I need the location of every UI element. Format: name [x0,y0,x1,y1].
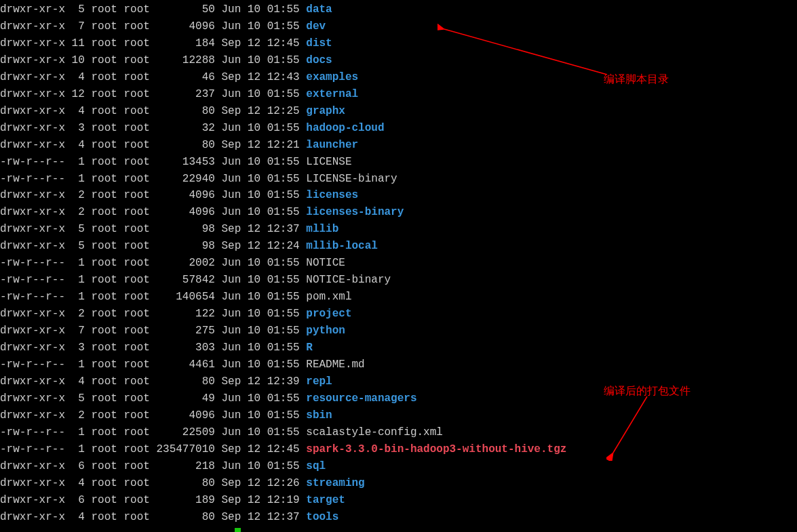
file-listing-row: drwxr-xr-x 4 root root 80 Sep 12 12:37 t… [0,509,797,526]
file-listing-row: -rw-r--r-- 1 root root 2002 Jun 10 01:55… [0,255,797,272]
file-metadata: drwxr-xr-x 3 root root 32 Jun 10 01:55 [0,122,306,134]
file-name: hadoop-cloud [306,122,384,134]
file-listing-row: drwxr-xr-x 6 root root 218 Jun 10 01:55 … [0,458,797,475]
file-listing-row: drwxr-xr-x 7 root root 275 Jun 10 01:55 … [0,323,797,340]
file-metadata: -rw-r--r-- 1 root root 22509 Jun 10 01:5… [0,426,306,438]
file-metadata: drwxr-xr-x 4 root root 46 Sep 12 12:43 [0,71,306,83]
file-listing-row: drwxr-xr-x 2 root root 122 Jun 10 01:55 … [0,306,797,323]
file-name: README.md [306,359,364,371]
file-listing-row: drwxr-xr-x 4 root root 80 Sep 12 12:25 g… [0,103,797,120]
file-listing-row: drwxr-xr-x 7 root root 4096 Jun 10 01:55… [0,18,797,35]
file-listing-row: -rw-r--r-- 1 root root 13453 Jun 10 01:5… [0,154,797,171]
file-name: data [306,3,332,16]
file-name: mllib-local [306,240,378,252]
file-listing-row: drwxr-xr-x 4 root root 80 Sep 12 12:21 l… [0,137,797,154]
file-listing-row: drwxr-xr-x 11 root root 184 Sep 12 12:45… [0,35,797,52]
file-metadata: drwxr-xr-x 5 root root 98 Sep 12 12:24 [0,240,306,252]
file-listing-row: -rw-r--r-- 1 root root 235477010 Sep 12 … [0,441,797,458]
file-metadata: drwxr-xr-x 4 root root 80 Sep 12 12:37 [0,511,306,523]
file-metadata: drwxr-xr-x 5 root root 50 Jun 10 01:55 [0,3,306,16]
file-name: streaming [306,477,364,489]
file-metadata: drwxr-xr-x 4 root root 80 Sep 12 12:21 [0,139,306,151]
file-name: graphx [306,105,345,117]
file-name: docs [306,54,332,66]
file-name: scalastyle-config.xml [306,426,443,438]
file-name: dev [306,20,326,33]
file-metadata: drwxr-xr-x 2 root root 4096 Jun 10 01:55 [0,206,306,218]
file-name: resource-managers [306,392,416,405]
file-listing-row: drwxr-xr-x 12 root root 237 Jun 10 01:55… [0,86,797,103]
file-name: R [306,342,313,354]
file-name: launcher [306,139,358,151]
file-metadata: drwxr-xr-x 6 root root 189 Sep 12 12:19 [0,494,306,506]
file-metadata: drwxr-xr-x 4 root root 80 Sep 12 12:25 [0,105,306,117]
file-name: spark-3.3.0-bin-hadoop3-without-hive.tgz [306,443,566,455]
file-listing-row: drwxr-xr-x 10 root root 12288 Jun 10 01:… [0,52,797,69]
file-metadata: -rw-r--r-- 1 root root 22940 Jun 10 01:5… [0,173,306,185]
file-listing-row: drwxr-xr-x 3 root root 32 Jun 10 01:55 h… [0,120,797,137]
annotation-packaged-file: 编译后的打包文件 [604,383,691,400]
file-name: sbin [306,409,332,422]
file-listing-row: -rw-r--r-- 1 root root 22940 Jun 10 01:5… [0,171,797,188]
file-name: LICENSE-binary [306,173,397,185]
file-metadata: drwxr-xr-x 11 root root 184 Sep 12 12:45 [0,37,306,49]
file-metadata: -rw-r--r-- 1 root root 140654 Jun 10 01:… [0,291,306,303]
file-metadata: -rw-r--r-- 1 root root 57842 Jun 10 01:5… [0,274,306,286]
file-listing-row: -rw-r--r-- 1 root root 140654 Jun 10 01:… [0,289,797,306]
terminal-output: drwxr-xr-x 5 root root 50 Jun 10 01:55 d… [0,0,797,532]
file-metadata: drwxr-xr-x 2 root root 122 Jun 10 01:55 [0,308,306,320]
file-metadata: -rw-r--r-- 1 root root 13453 Jun 10 01:5… [0,156,306,168]
file-name: licenses [306,189,358,201]
file-metadata: drwxr-xr-x 12 root root 237 Jun 10 01:55 [0,88,306,100]
file-metadata: drwxr-xr-x 6 root root 218 Jun 10 01:55 [0,460,306,472]
cursor [235,528,241,532]
file-name: dist [306,37,332,49]
file-listing-row: -rw-r--r-- 1 root root 22509 Jun 10 01:5… [0,424,797,441]
annotation-compile-script-dir: 编译脚本目录 [604,71,669,88]
file-listing-row: drwxr-xr-x 2 root root 4096 Jun 10 01:55… [0,204,797,221]
file-name: NOTICE [306,257,345,269]
file-listing-row: drwxr-xr-x 2 root root 4096 Jun 10 01:55… [0,407,797,424]
file-name: pom.xml [306,291,351,303]
file-listing-row: drwxr-xr-x 4 root root 80 Sep 12 12:26 s… [0,475,797,492]
file-metadata: drwxr-xr-x 4 root root 80 Sep 12 12:39 [0,375,306,388]
file-listing-row: drwxr-xr-x 4 root root 46 Sep 12 12:43 e… [0,69,797,86]
file-name: target [306,494,345,506]
file-metadata: drwxr-xr-x 2 root root 4096 Jun 10 01:55 [0,189,306,201]
file-metadata: drwxr-xr-x 5 root root 98 Sep 12 12:37 [0,223,306,235]
file-name: LICENSE [306,156,351,168]
file-name: licenses-binary [306,206,404,218]
file-name: mllib [306,223,338,235]
file-name: project [306,308,351,320]
file-listing-row: -rw-r--r-- 1 root root 4461 Jun 10 01:55… [0,356,797,373]
file-listing-row: drwxr-xr-x 5 root root 50 Jun 10 01:55 d… [0,1,797,18]
file-name: NOTICE-binary [306,274,391,286]
file-listing-row: -rw-r--r-- 1 root root 57842 Jun 10 01:5… [0,272,797,289]
file-name: external [306,88,358,100]
file-listing-row: drwxr-xr-x 2 root root 4096 Jun 10 01:55… [0,187,797,204]
file-metadata: drwxr-xr-x 7 root root 275 Jun 10 01:55 [0,325,306,337]
file-metadata: drwxr-xr-x 2 root root 4096 Jun 10 01:55 [0,409,306,422]
file-listing-row: drwxr-xr-x 3 root root 303 Jun 10 01:55 … [0,340,797,356]
file-name: sql [306,460,326,472]
file-metadata: drwxr-xr-x 3 root root 303 Jun 10 01:55 [0,342,306,354]
file-metadata: -rw-r--r-- 1 root root 2002 Jun 10 01:55 [0,257,306,269]
file-metadata: drwxr-xr-x 4 root root 80 Sep 12 12:26 [0,477,306,489]
file-name: repl [306,375,332,388]
file-metadata: drwxr-xr-x 10 root root 12288 Jun 10 01:… [0,54,306,66]
file-name: tools [306,511,338,523]
file-metadata: -rw-r--r-- 1 root root 235477010 Sep 12 … [0,443,306,455]
file-metadata: drwxr-xr-x 7 root root 4096 Jun 10 01:55 [0,20,306,33]
file-metadata: -rw-r--r-- 1 root root 4461 Jun 10 01:55 [0,359,306,371]
file-name: python [306,325,345,337]
prompt-line[interactable] [0,526,797,532]
file-listing-row: drwxr-xr-x 5 root root 98 Sep 12 12:24 m… [0,238,797,255]
file-metadata: drwxr-xr-x 5 root root 49 Jun 10 01:55 [0,392,306,405]
file-listing-row: drwxr-xr-x 6 root root 189 Sep 12 12:19 … [0,492,797,509]
file-name: examples [306,71,358,83]
file-listing-row: drwxr-xr-x 5 root root 98 Sep 12 12:37 m… [0,221,797,238]
